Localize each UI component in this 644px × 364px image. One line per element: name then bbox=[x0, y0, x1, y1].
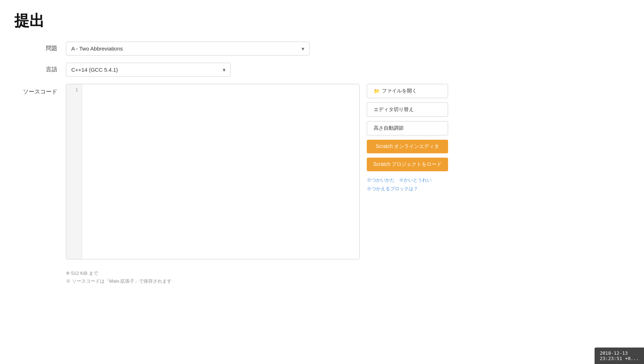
save-note: ※ ソースコードは「Main.拡張子」で保存されます bbox=[66, 278, 444, 284]
links-row-2: ※つかえるブロックは？ bbox=[367, 186, 448, 192]
scratch-load-button[interactable]: Scratch プロジェクトをロード bbox=[367, 158, 448, 171]
language-row: 言語 C++14 (GCC 5.4.1) C++17 (GCC 7.3.1) P… bbox=[14, 63, 444, 77]
line-numbers: 1 bbox=[66, 84, 82, 259]
folder-icon: 📁 bbox=[374, 88, 380, 94]
language-select[interactable]: C++14 (GCC 5.4.1) C++17 (GCC 7.3.1) Pyth… bbox=[66, 63, 231, 77]
code-editor: 1 bbox=[66, 84, 360, 259]
links-section: ※つかいかた ※かいとうれい ※つかえるブロックは？ bbox=[367, 177, 448, 192]
code-textarea[interactable] bbox=[82, 84, 359, 259]
problem-row: 問題 A - Two Abbreviations ▼ bbox=[14, 42, 444, 56]
source-label: ソースコード bbox=[14, 84, 57, 96]
toggle-editor-button[interactable]: エディタ切り替え bbox=[367, 102, 448, 117]
problem-select-wrapper: A - Two Abbreviations ▼ bbox=[66, 42, 309, 56]
open-file-button[interactable]: 📁 ファイルを開く bbox=[367, 84, 448, 98]
how-to-use-link[interactable]: ※つかいかた bbox=[367, 177, 395, 183]
how-to-solve-link[interactable]: ※かいとうれい bbox=[399, 177, 432, 183]
links-row-1: ※つかいかた ※かいとうれい bbox=[367, 177, 448, 183]
language-label: 言語 bbox=[14, 66, 57, 73]
scratch-online-button[interactable]: Scratch オンラインエディタ bbox=[367, 140, 448, 153]
auto-height-button[interactable]: 高さ自動調節 bbox=[367, 121, 448, 135]
problem-label: 問題 bbox=[14, 45, 57, 52]
usable-blocks-link[interactable]: ※つかえるブロックは？ bbox=[367, 186, 418, 192]
problem-select[interactable]: A - Two Abbreviations bbox=[66, 42, 309, 56]
submission-form: 問題 A - Two Abbreviations ▼ 言語 C++14 (GCC… bbox=[14, 42, 444, 284]
language-select-wrapper: C++14 (GCC 5.4.1) C++17 (GCC 7.3.1) Pyth… bbox=[66, 63, 231, 77]
notes-section: ※ 512 KiB まで ※ ソースコードは「Main.拡張子」で保存されます bbox=[66, 270, 444, 284]
size-limit-note: ※ 512 KiB まで bbox=[66, 270, 444, 277]
page-title: 提出 bbox=[14, 11, 630, 31]
source-row: ソースコード 1 📁 ファイルを開く エディタ切り替え 高さ自動調 bbox=[14, 84, 444, 259]
editor-area: 1 📁 ファイルを開く エディタ切り替え 高さ自動調節 Scratch オンライ… bbox=[66, 84, 448, 259]
editor-buttons: 📁 ファイルを開く エディタ切り替え 高さ自動調節 Scratch オンラインエ… bbox=[367, 84, 448, 259]
